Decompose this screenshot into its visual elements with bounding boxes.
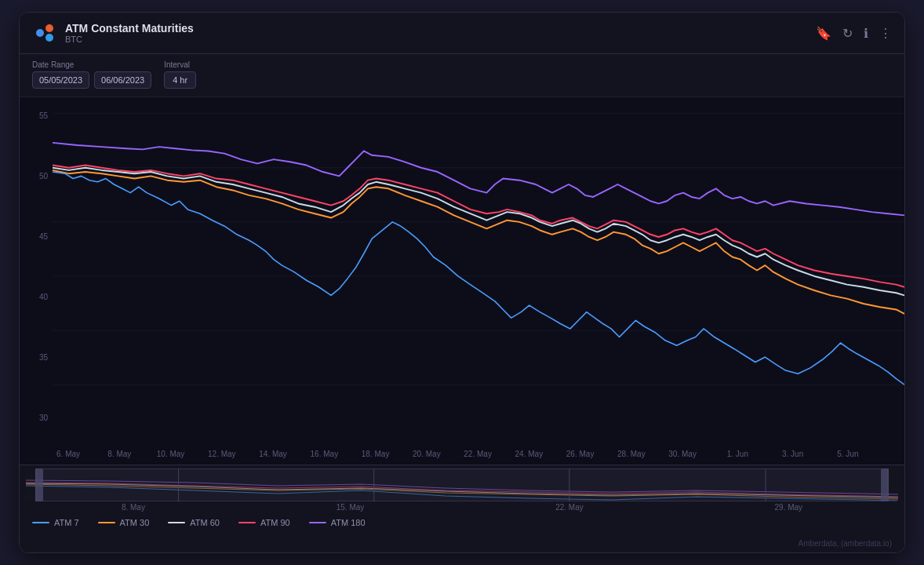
svg-text:24. May: 24. May bbox=[515, 450, 544, 458]
legend-item-atm90: ATM 90 bbox=[238, 518, 290, 527]
refresh-icon[interactable]: ↻ bbox=[842, 26, 853, 41]
minimap-handle-right[interactable] bbox=[881, 468, 889, 501]
minimap-svg bbox=[26, 468, 898, 501]
svg-text:30. May: 30. May bbox=[668, 450, 697, 458]
svg-point-0 bbox=[36, 29, 44, 37]
minimap-container[interactable] bbox=[26, 468, 898, 501]
x-axis: 6. May 8. May 10. May 12. May 14. May 16… bbox=[20, 446, 904, 465]
minimap-section: 8. May 15. May 22. May 29. May bbox=[20, 465, 904, 513]
atm90-legend-label: ATM 90 bbox=[260, 518, 290, 527]
y-label-35: 35 bbox=[26, 353, 48, 362]
main-card: ATM Constant Maturities BTC 🔖 ↻ ℹ ⋮ Date… bbox=[19, 12, 905, 553]
svg-text:10. May: 10. May bbox=[157, 450, 185, 458]
y-label-30: 30 bbox=[26, 414, 48, 422]
more-icon[interactable]: ⋮ bbox=[879, 26, 892, 41]
watermark-text: Amberdata, (amberdata.io) bbox=[798, 539, 892, 548]
atm30-legend-line bbox=[98, 522, 115, 523]
chart-svg-container bbox=[53, 105, 904, 446]
legend-item-atm30: ATM 30 bbox=[98, 518, 150, 527]
y-label-50: 50 bbox=[26, 172, 48, 180]
svg-rect-26 bbox=[36, 468, 888, 501]
atm7-legend-line bbox=[32, 522, 49, 523]
minimap-label-2: 15. May bbox=[336, 503, 365, 512]
info-icon[interactable]: ℹ bbox=[864, 26, 868, 41]
y-label-45: 45 bbox=[26, 232, 48, 241]
interval-label: Interval bbox=[164, 60, 196, 69]
minimap-handle-left[interactable] bbox=[35, 468, 43, 501]
y-label-40: 40 bbox=[26, 293, 48, 301]
controls-bar: Date Range 05/05/2023 06/06/2023 Interva… bbox=[20, 54, 904, 97]
y-axis: 55 50 45 40 35 30 bbox=[20, 105, 53, 446]
minimap-labels: 8. May 15. May 22. May 29. May bbox=[26, 501, 898, 513]
chart-subtitle: BTC bbox=[65, 35, 194, 44]
chart-title: ATM Constant Maturities bbox=[65, 22, 194, 35]
atm30-legend-label: ATM 30 bbox=[120, 518, 150, 527]
legend-item-atm7: ATM 7 bbox=[32, 518, 79, 527]
svg-text:22. May: 22. May bbox=[464, 450, 492, 458]
svg-text:8. May: 8. May bbox=[107, 450, 131, 458]
svg-text:14. May: 14. May bbox=[259, 450, 287, 458]
watermark: Amberdata, (amberdata.io) bbox=[20, 534, 904, 552]
atm7-legend-label: ATM 7 bbox=[54, 518, 79, 527]
svg-text:3. Jun: 3. Jun bbox=[782, 450, 803, 458]
atm60-legend-line bbox=[168, 522, 185, 523]
header-actions: 🔖 ↻ ℹ ⋮ bbox=[816, 26, 892, 41]
chart-area: 55 50 45 40 35 30 bbox=[20, 97, 904, 446]
minimap-label-4: 29. May bbox=[775, 503, 803, 512]
atm180-legend-line bbox=[309, 522, 326, 523]
svg-text:6. May: 6. May bbox=[56, 450, 80, 458]
atm-180-line bbox=[53, 143, 904, 215]
minimap-label-3: 22. May bbox=[555, 503, 584, 512]
svg-point-2 bbox=[45, 34, 53, 42]
svg-text:20. May: 20. May bbox=[413, 450, 441, 458]
atm180-legend-label: ATM 180 bbox=[331, 518, 366, 527]
header-left: ATM Constant Maturities BTC bbox=[32, 20, 194, 46]
y-label-55: 55 bbox=[26, 111, 48, 120]
legend: ATM 7 ATM 30 ATM 60 ATM 90 ATM 180 bbox=[20, 513, 904, 534]
interval-group: Interval 4 hr bbox=[164, 60, 196, 89]
atm-90-line bbox=[53, 166, 904, 287]
date-start-input[interactable]: 05/05/2023 bbox=[32, 71, 89, 89]
title-block: ATM Constant Maturities BTC bbox=[65, 22, 194, 44]
svg-text:1. Jun: 1. Jun bbox=[727, 450, 748, 458]
logo-icon bbox=[32, 20, 57, 46]
svg-text:12. May: 12. May bbox=[208, 450, 236, 458]
date-end-input[interactable]: 06/06/2023 bbox=[94, 71, 151, 89]
header: ATM Constant Maturities BTC 🔖 ↻ ℹ ⋮ bbox=[20, 13, 904, 54]
minimap-label-1: 8. May bbox=[122, 503, 145, 512]
atm90-legend-line bbox=[238, 522, 256, 523]
svg-point-1 bbox=[45, 24, 53, 32]
svg-text:5. Jun: 5. Jun bbox=[837, 450, 858, 458]
x-axis-svg: 6. May 8. May 10. May 12. May 14. May 16… bbox=[53, 446, 871, 461]
legend-item-atm60: ATM 60 bbox=[168, 518, 220, 527]
svg-text:18. May: 18. May bbox=[362, 450, 390, 458]
interval-button[interactable]: 4 hr bbox=[164, 71, 196, 89]
chart-svg bbox=[53, 105, 904, 422]
legend-item-atm180: ATM 180 bbox=[309, 518, 366, 527]
svg-text:28. May: 28. May bbox=[617, 450, 646, 458]
atm-30-line bbox=[53, 170, 904, 314]
date-range-label: Date Range bbox=[32, 60, 151, 69]
svg-text:16. May: 16. May bbox=[311, 450, 339, 458]
bookmark-icon[interactable]: 🔖 bbox=[816, 26, 831, 41]
atm60-legend-label: ATM 60 bbox=[190, 518, 220, 527]
date-range-group: Date Range 05/05/2023 06/06/2023 bbox=[32, 60, 151, 89]
svg-text:26. May: 26. May bbox=[566, 450, 595, 458]
